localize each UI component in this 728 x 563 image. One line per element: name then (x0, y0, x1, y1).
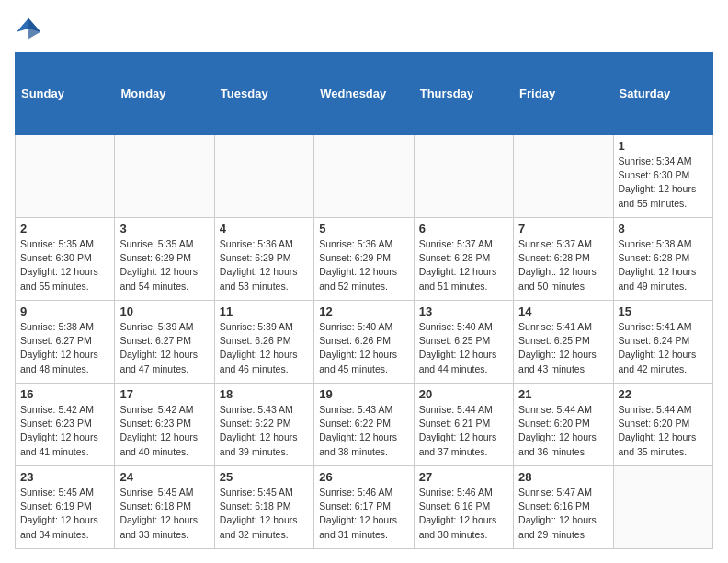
day-number: 12 (319, 304, 408, 318)
calendar-cell (16, 135, 115, 218)
calendar-cell: 22Sunrise: 5:44 AM Sunset: 6:20 PM Dayli… (613, 384, 712, 466)
calendar-cell: 21Sunrise: 5:44 AM Sunset: 6:20 PM Dayli… (514, 384, 613, 466)
day-number: 2 (20, 222, 109, 236)
day-info: Sunrise: 5:37 AM Sunset: 6:28 PM Dayligh… (419, 237, 508, 293)
day-info: Sunrise: 5:45 AM Sunset: 6:18 PM Dayligh… (220, 486, 309, 542)
day-info: Sunrise: 5:42 AM Sunset: 6:23 PM Dayligh… (119, 403, 209, 459)
calendar-cell (514, 135, 613, 218)
weekday-header-sunday: Sunday (16, 52, 115, 135)
calendar-cell: 16Sunrise: 5:42 AM Sunset: 6:23 PM Dayli… (16, 384, 115, 466)
day-info: Sunrise: 5:35 AM Sunset: 6:30 PM Dayligh… (20, 237, 109, 293)
calendar-cell (115, 135, 214, 218)
day-number: 13 (419, 304, 508, 318)
week-row-1: 1Sunrise: 5:34 AM Sunset: 6:30 PM Daylig… (16, 135, 713, 218)
day-number: 3 (119, 222, 209, 236)
weekday-header-saturday: Saturday (613, 52, 712, 135)
calendar-cell: 26Sunrise: 5:46 AM Sunset: 6:17 PM Dayli… (314, 466, 414, 549)
day-number: 27 (419, 470, 508, 484)
day-info: Sunrise: 5:40 AM Sunset: 6:25 PM Dayligh… (419, 320, 508, 376)
calendar-cell: 8Sunrise: 5:38 AM Sunset: 6:28 PM Daylig… (613, 218, 712, 301)
day-info: Sunrise: 5:43 AM Sunset: 6:22 PM Dayligh… (220, 403, 309, 459)
calendar-cell: 25Sunrise: 5:45 AM Sunset: 6:18 PM Dayli… (214, 466, 313, 549)
day-number: 18 (220, 387, 309, 401)
calendar-cell: 6Sunrise: 5:37 AM Sunset: 6:28 PM Daylig… (414, 218, 513, 301)
weekday-header-tuesday: Tuesday (214, 52, 313, 135)
day-number: 25 (220, 470, 309, 484)
day-number: 24 (119, 470, 209, 484)
weekday-header-thursday: Thursday (414, 52, 513, 135)
day-number: 4 (220, 222, 309, 236)
day-number: 21 (518, 387, 608, 401)
day-info: Sunrise: 5:39 AM Sunset: 6:26 PM Dayligh… (220, 320, 309, 376)
day-number: 23 (20, 470, 109, 484)
calendar-cell (414, 135, 513, 218)
week-row-5: 23Sunrise: 5:45 AM Sunset: 6:19 PM Dayli… (16, 466, 713, 549)
calendar-cell: 1Sunrise: 5:34 AM Sunset: 6:30 PM Daylig… (613, 135, 712, 218)
day-info: Sunrise: 5:45 AM Sunset: 6:19 PM Dayligh… (20, 486, 109, 542)
calendar-cell: 2Sunrise: 5:35 AM Sunset: 6:30 PM Daylig… (16, 218, 115, 301)
calendar: SundayMondayTuesdayWednesdayThursdayFrid… (15, 52, 713, 549)
calendar-cell: 18Sunrise: 5:43 AM Sunset: 6:22 PM Dayli… (214, 384, 313, 466)
day-info: Sunrise: 5:36 AM Sunset: 6:29 PM Dayligh… (220, 237, 309, 293)
calendar-cell: 9Sunrise: 5:38 AM Sunset: 6:27 PM Daylig… (16, 301, 115, 384)
day-number: 26 (319, 470, 408, 484)
calendar-cell (314, 135, 414, 218)
calendar-cell (214, 135, 313, 218)
day-number: 28 (518, 470, 608, 484)
day-number: 6 (419, 222, 508, 236)
calendar-cell: 19Sunrise: 5:43 AM Sunset: 6:22 PM Dayli… (314, 384, 414, 466)
logo (15, 15, 42, 40)
day-info: Sunrise: 5:39 AM Sunset: 6:27 PM Dayligh… (119, 320, 209, 376)
calendar-cell: 3Sunrise: 5:35 AM Sunset: 6:29 PM Daylig… (115, 218, 214, 301)
calendar-cell: 7Sunrise: 5:37 AM Sunset: 6:28 PM Daylig… (514, 218, 613, 301)
calendar-cell (613, 466, 712, 549)
header (15, 15, 713, 40)
calendar-cell: 4Sunrise: 5:36 AM Sunset: 6:29 PM Daylig… (214, 218, 313, 301)
day-number: 19 (319, 387, 408, 401)
day-number: 17 (119, 387, 209, 401)
day-info: Sunrise: 5:36 AM Sunset: 6:29 PM Dayligh… (319, 237, 408, 293)
calendar-cell: 12Sunrise: 5:40 AM Sunset: 6:26 PM Dayli… (314, 301, 414, 384)
day-info: Sunrise: 5:44 AM Sunset: 6:20 PM Dayligh… (518, 403, 608, 459)
day-number: 8 (619, 222, 708, 236)
day-info: Sunrise: 5:46 AM Sunset: 6:17 PM Dayligh… (319, 486, 408, 542)
day-number: 5 (319, 222, 408, 236)
calendar-cell: 24Sunrise: 5:45 AM Sunset: 6:18 PM Dayli… (115, 466, 214, 549)
week-row-2: 2Sunrise: 5:35 AM Sunset: 6:30 PM Daylig… (16, 218, 713, 301)
calendar-cell: 17Sunrise: 5:42 AM Sunset: 6:23 PM Dayli… (115, 384, 214, 466)
day-info: Sunrise: 5:41 AM Sunset: 6:24 PM Dayligh… (619, 320, 708, 376)
day-number: 11 (220, 304, 309, 318)
page: SundayMondayTuesdayWednesdayThursdayFrid… (0, 0, 728, 558)
weekday-header-friday: Friday (514, 52, 613, 135)
day-number: 20 (419, 387, 508, 401)
day-number: 22 (619, 387, 708, 401)
day-number: 16 (20, 387, 109, 401)
day-info: Sunrise: 5:43 AM Sunset: 6:22 PM Dayligh… (319, 403, 408, 459)
day-number: 15 (619, 304, 708, 318)
weekday-header-monday: Monday (115, 52, 214, 135)
day-info: Sunrise: 5:44 AM Sunset: 6:20 PM Dayligh… (619, 403, 708, 459)
day-info: Sunrise: 5:40 AM Sunset: 6:26 PM Dayligh… (319, 320, 408, 376)
svg-marker-1 (28, 18, 40, 39)
weekday-header-wednesday: Wednesday (314, 52, 414, 135)
day-number: 9 (20, 304, 109, 318)
week-row-3: 9Sunrise: 5:38 AM Sunset: 6:27 PM Daylig… (16, 301, 713, 384)
calendar-cell: 11Sunrise: 5:39 AM Sunset: 6:26 PM Dayli… (214, 301, 313, 384)
calendar-cell: 10Sunrise: 5:39 AM Sunset: 6:27 PM Dayli… (115, 301, 214, 384)
day-number: 10 (119, 304, 209, 318)
day-info: Sunrise: 5:42 AM Sunset: 6:23 PM Dayligh… (20, 403, 109, 459)
calendar-cell: 28Sunrise: 5:47 AM Sunset: 6:16 PM Dayli… (514, 466, 613, 549)
day-info: Sunrise: 5:34 AM Sunset: 6:30 PM Dayligh… (619, 155, 708, 211)
day-number: 1 (619, 139, 708, 153)
calendar-cell: 13Sunrise: 5:40 AM Sunset: 6:25 PM Dayli… (414, 301, 513, 384)
day-info: Sunrise: 5:38 AM Sunset: 6:28 PM Dayligh… (619, 237, 708, 293)
logo-icon (17, 15, 42, 40)
day-info: Sunrise: 5:38 AM Sunset: 6:27 PM Dayligh… (20, 320, 109, 376)
day-info: Sunrise: 5:45 AM Sunset: 6:18 PM Dayligh… (119, 486, 209, 542)
calendar-cell: 20Sunrise: 5:44 AM Sunset: 6:21 PM Dayli… (414, 384, 513, 466)
day-number: 14 (518, 304, 608, 318)
day-info: Sunrise: 5:37 AM Sunset: 6:28 PM Dayligh… (518, 237, 608, 293)
day-info: Sunrise: 5:35 AM Sunset: 6:29 PM Dayligh… (119, 237, 209, 293)
calendar-cell: 5Sunrise: 5:36 AM Sunset: 6:29 PM Daylig… (314, 218, 414, 301)
calendar-cell: 15Sunrise: 5:41 AM Sunset: 6:24 PM Dayli… (613, 301, 712, 384)
